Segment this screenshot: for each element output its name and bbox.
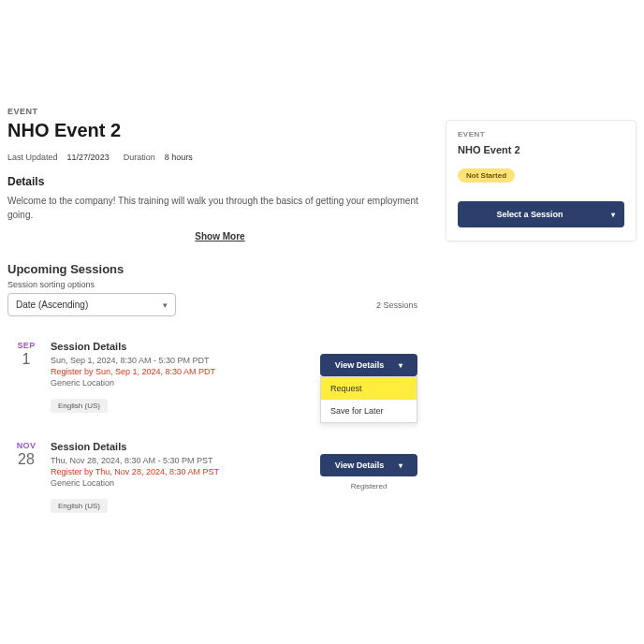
view-details-menu: Request Save for Later: [320, 376, 417, 423]
event-meta: Last Updated 11/27/2023 Duration 8 hours: [7, 153, 432, 162]
select-session-label: Select a Session: [467, 210, 593, 219]
details-heading: Details: [7, 175, 432, 188]
session-day: 28: [7, 450, 45, 468]
menu-item-request[interactable]: Request: [321, 377, 417, 400]
view-details-button[interactable]: View Details ▾: [320, 454, 417, 476]
sort-label: Session sorting options: [7, 280, 432, 289]
status-badge: Not Started: [458, 168, 515, 183]
session-location: Generic Location: [51, 378, 320, 388]
language-badge: English (US): [51, 499, 108, 513]
view-details-button[interactable]: View Details ▾: [320, 354, 417, 376]
card-eyebrow: EVENT: [458, 130, 624, 139]
page-title: NHO Event 2: [7, 120, 432, 141]
show-more-link[interactable]: Show More: [7, 231, 432, 242]
last-updated-label: Last Updated: [7, 153, 58, 162]
session-location: Generic Location: [51, 478, 320, 488]
duration-label: Duration: [124, 153, 155, 162]
session-row: NOV 28 Session Details Thu, Nov 28, 2024…: [7, 441, 432, 513]
card-title: NHO Event 2: [458, 144, 624, 155]
select-session-button[interactable]: Select a Session ▾: [458, 201, 624, 227]
session-register-by: Register by Sun, Sep 1, 2024, 8:30 AM PD…: [51, 367, 320, 376]
session-date: SEP 1: [7, 341, 45, 368]
session-register-by: Register by Thu, Nov 28, 2024, 8:30 AM P…: [51, 467, 320, 476]
menu-item-save-for-later[interactable]: Save for Later: [321, 400, 417, 422]
session-month: NOV: [7, 441, 45, 450]
session-title: Session Details: [51, 341, 320, 352]
registered-status: Registered: [320, 482, 417, 490]
chevron-down-icon: ▾: [399, 461, 402, 470]
chevron-down-icon: ▾: [399, 361, 402, 370]
duration-value: 8 hours: [165, 153, 193, 162]
view-details-label: View Details: [335, 461, 384, 470]
chevron-down-icon: ▾: [611, 211, 615, 219]
session-title: Session Details: [51, 441, 320, 452]
event-summary-card: EVENT NHO Event 2 Not Started Select a S…: [446, 120, 637, 242]
last-updated-value: 11/27/2023: [67, 153, 110, 162]
session-month: SEP: [7, 341, 45, 350]
session-day: 1: [7, 350, 45, 368]
session-date: NOV 28: [7, 441, 45, 468]
event-description: Welcome to the company! This training wi…: [7, 194, 432, 222]
session-count: 2 Sessions: [376, 300, 432, 310]
session-row: SEP 1 Session Details Sun, Sep 1, 2024, …: [7, 341, 432, 413]
language-badge: English (US): [51, 399, 108, 413]
chevron-down-icon: ▾: [163, 300, 168, 310]
sort-select-value: Date (Ascending): [16, 300, 88, 310]
session-time: Thu, Nov 28, 2024, 8:30 AM - 5:30 PM PST: [51, 456, 320, 465]
event-eyebrow: EVENT: [7, 107, 432, 116]
sort-select[interactable]: Date (Ascending) ▾: [7, 293, 176, 316]
upcoming-sessions-heading: Upcoming Sessions: [7, 262, 432, 276]
view-details-label: View Details: [335, 360, 384, 370]
session-time: Sun, Sep 1, 2024, 8:30 AM - 5:30 PM PDT: [51, 356, 320, 365]
